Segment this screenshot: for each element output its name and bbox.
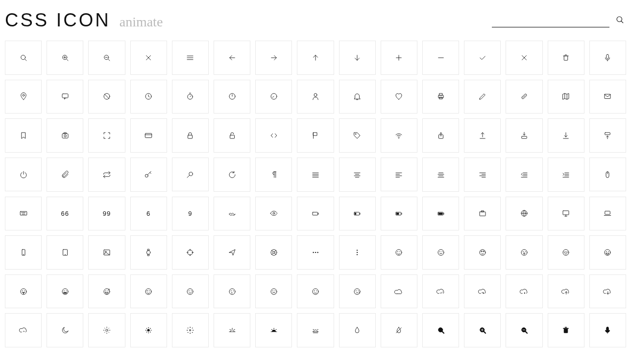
icon-cell-pill-icon[interactable] [506,80,542,114]
icon-cell-cloud-up-icon[interactable] [5,313,42,347]
search-input[interactable] [492,13,609,27]
icon-cell-download-icon[interactable] [548,118,584,153]
icon-cell-nine-icon[interactable]: 9 [172,197,209,231]
icon-cell-ban-icon[interactable] [88,80,125,114]
icon-cell-user-icon[interactable] [297,80,334,114]
icon-cell-close-icon[interactable] [130,41,167,75]
icon-cell-search-icon[interactable] [5,41,42,75]
icon-cell-zoom-out-icon[interactable] [88,41,125,75]
icon-cell-arrow-left-icon[interactable] [214,41,250,75]
icon-cell-navigation-icon[interactable] [214,235,250,270]
icon-cell-sweat-smile-icon[interactable] [88,274,125,309]
icon-cell-share-icon[interactable] [422,118,459,153]
icon-cell-flag-icon[interactable] [297,118,334,153]
icon-cell-check-icon[interactable] [464,41,501,75]
icon-cell-battery-full-icon[interactable] [422,197,459,231]
icon-cell-paragraph-icon[interactable] [255,158,292,192]
icon-cell-upload-icon[interactable] [464,118,501,153]
icon-cell-zoom-in-filled-icon[interactable] [464,313,501,347]
icon-cell-cloud-sync-icon[interactable] [464,274,501,309]
icon-cell-fullscreen-icon[interactable] [88,118,125,153]
icon-cell-location-icon[interactable] [5,80,42,114]
icon-cell-unlock-icon[interactable] [214,118,250,153]
icon-cell-indent-left-icon[interactable] [506,158,542,192]
icon-cell-printer-icon[interactable] [422,80,459,114]
icon-cell-tag-icon[interactable] [339,118,376,153]
icon-cell-six-icon[interactable]: 6 [130,197,167,231]
icon-cell-align-center-alt-icon[interactable] [422,158,459,192]
icon-cell-mouse-icon[interactable] [589,158,626,192]
icon-cell-crosshair-icon[interactable] [172,235,209,270]
icon-cell-moustache-icon[interactable] [214,197,250,231]
icon-cell-sunset-icon[interactable] [255,313,292,347]
icon-cell-timer-icon[interactable] [214,80,250,114]
icon-cell-frown-icon[interactable] [255,274,292,309]
icon-cell-sun-dim-icon[interactable] [130,313,167,347]
icon-cell-sun-bright-icon[interactable] [172,313,209,347]
icon-cell-mic-filled-icon[interactable] [589,313,626,347]
icon-cell-align-justify-icon[interactable] [297,158,334,192]
icon-cell-power-icon[interactable] [5,158,42,192]
icon-cell-moon-icon[interactable] [47,313,83,347]
icon-cell-stopwatch-icon[interactable] [172,80,209,114]
icon-cell-heart-icon[interactable] [381,80,417,114]
icon-cell-lifebuoy-icon[interactable] [255,235,292,270]
icon-cell-comment-icon[interactable] [47,80,83,114]
icon-cell-menu-icon[interactable] [172,41,209,75]
icon-cell-download-in-icon[interactable] [506,118,542,153]
icon-cell-sun-icon[interactable] [88,313,125,347]
icon-cell-sad-icon[interactable] [339,274,376,309]
icon-cell-mic-icon[interactable] [589,41,626,75]
search-button[interactable] [613,13,626,27]
icon-cell-arrow-up-icon[interactable] [297,41,334,75]
icon-cell-eye-icon[interactable] [255,197,292,231]
icon-cell-relieved-icon[interactable] [548,235,584,270]
icon-cell-search-filled-icon[interactable] [422,313,459,347]
icon-cell-cloud-upload-icon[interactable] [548,274,584,309]
icon-cell-pencil-icon[interactable] [464,80,501,114]
icon-cell-rolling-eyes-icon[interactable] [464,235,501,270]
icon-cell-zoom-out-filled-icon[interactable] [506,313,542,347]
icon-cell-bell-icon[interactable] [339,80,376,114]
icon-cell-cloud-check-icon[interactable] [422,274,459,309]
icon-cell-magnifier-icon[interactable] [172,158,209,192]
icon-cell-dots-horizontal-icon[interactable] [297,235,334,270]
icon-cell-briefcase-icon[interactable] [464,197,501,231]
icon-cell-battery-half-icon[interactable] [381,197,417,231]
icon-cell-trash-icon[interactable] [548,41,584,75]
icon-cell-sunrise-icon[interactable] [214,313,250,347]
icon-cell-battery-low-icon[interactable] [339,197,376,231]
icon-cell-laptop-icon[interactable] [589,197,626,231]
icon-cell-grin-icon[interactable] [589,235,626,270]
icon-cell-dots-vertical-icon[interactable] [339,235,376,270]
icon-cell-x-icon[interactable] [506,41,542,75]
icon-cell-trash-filled-icon[interactable] [548,313,584,347]
icon-cell-surprised-icon[interactable] [506,235,542,270]
icon-cell-ninety-nine-icon[interactable]: 99 [88,197,125,231]
icon-cell-tablet-icon[interactable] [47,235,83,270]
icon-cell-align-left-icon[interactable] [381,158,417,192]
icon-cell-tongue-out-icon[interactable] [5,274,42,309]
icon-cell-key-icon[interactable] [130,158,167,192]
icon-cell-watch-icon[interactable] [130,235,167,270]
icon-cell-align-right-icon[interactable] [464,158,501,192]
icon-cell-lock-icon[interactable] [172,118,209,153]
icon-cell-globe-icon[interactable] [506,197,542,231]
icon-cell-mail-icon[interactable] [589,80,626,114]
icon-cell-bookmark-icon[interactable] [5,118,42,153]
icon-cell-arrow-right-icon[interactable] [255,41,292,75]
icon-cell-minus-icon[interactable] [422,41,459,75]
icon-cell-map-icon[interactable] [548,80,584,114]
icon-cell-confused-icon[interactable] [297,274,334,309]
icon-cell-smirk-icon[interactable] [172,274,209,309]
icon-cell-code-icon[interactable] [255,118,292,153]
icon-cell-kiss-icon[interactable] [214,274,250,309]
icon-cell-battery-empty-icon[interactable] [297,197,334,231]
icon-cell-neutral-face-icon[interactable] [422,235,459,270]
icon-cell-cloud-icon[interactable] [381,274,417,309]
icon-cell-zoom-in-icon[interactable] [47,41,83,75]
icon-cell-repeat-icon[interactable] [88,158,125,192]
icon-cell-attachment-icon[interactable] [47,158,83,192]
icon-cell-cloud-dot-icon[interactable] [506,274,542,309]
icon-cell-indent-right-icon[interactable] [548,158,584,192]
